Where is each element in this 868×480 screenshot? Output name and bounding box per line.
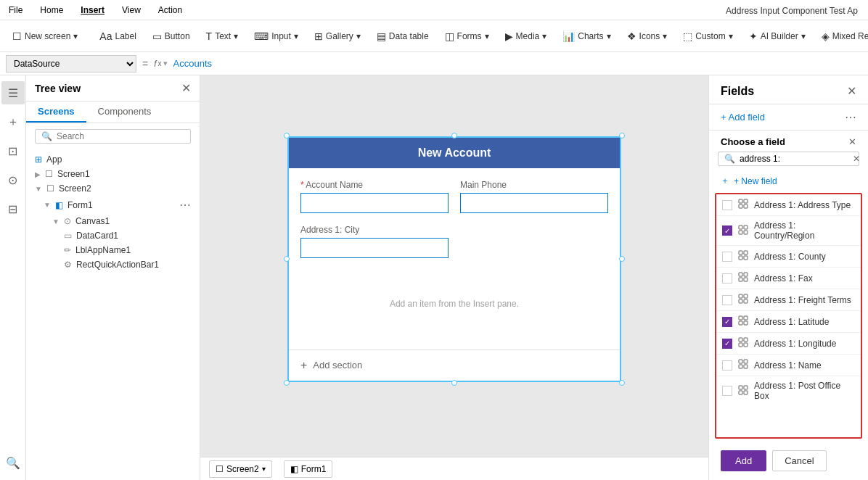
city-input[interactable]	[300, 238, 449, 258]
form-add-section[interactable]: + Add section	[289, 349, 620, 381]
tree-item-lblappname1[interactable]: ✏ LblAppName1	[26, 243, 200, 257]
tree-search: 🔍	[35, 129, 191, 144]
field-checkbox[interactable]	[722, 360, 732, 371]
label-button[interactable]: Aa Label	[93, 27, 143, 46]
canvas-tab-screen2[interactable]: ☐ Screen2 ▾	[209, 460, 272, 478]
field-checkbox[interactable]: ✓	[722, 225, 732, 236]
icons-chevron-icon: ▾	[663, 31, 667, 41]
fields-search-input[interactable]	[740, 154, 848, 164]
list-item[interactable]: Address 1: Post Office Box	[716, 376, 861, 405]
canvas1-icon: ⊙	[64, 216, 71, 226]
field-checkbox[interactable]: ✓	[722, 339, 732, 349]
canvas-tab-form1[interactable]: ◧ Form1	[284, 460, 333, 478]
tree-search-icon: 🔍	[41, 131, 52, 141]
button-button[interactable]: ▭ Button	[146, 27, 197, 46]
media-button[interactable]: ▶ Media ▾	[499, 27, 554, 46]
tree-item-datacard1[interactable]: ▭ DataCard1	[26, 228, 200, 243]
custom-icon: ⬚	[683, 30, 692, 42]
fields-more-button[interactable]: ⋯	[845, 110, 856, 124]
handle-top-right	[619, 133, 625, 138]
field-checkbox[interactable]	[722, 200, 732, 210]
field-checkbox[interactable]	[722, 386, 732, 396]
field-checkbox[interactable]	[722, 273, 732, 284]
account-name-input[interactable]	[300, 193, 449, 213]
field-checkbox[interactable]	[722, 252, 732, 262]
list-item[interactable]: ✓ Address 1: Longitude	[716, 333, 861, 355]
form1-caret-icon: ▼	[44, 201, 51, 209]
icons-button[interactable]: ❖ Icons ▾	[621, 27, 674, 46]
input-button[interactable]: ⌨ Input ▾	[247, 27, 305, 46]
sidebar-icon-add[interactable]: ＋	[1, 110, 25, 133]
app-title: Address Input Component Test Ap	[723, 4, 861, 17]
charts-icon: 📊	[562, 30, 575, 42]
cancel-button[interactable]: Cancel	[772, 450, 826, 471]
tree-item-canvas1[interactable]: ▼ ⊙ Canvas1	[26, 214, 200, 228]
list-item[interactable]: ✓ Address 1: Latitude	[716, 311, 861, 333]
sidebar-icon-variables[interactable]: ⊙	[1, 168, 25, 191]
new-screen-button[interactable]: ☐ New screen ▾	[6, 27, 84, 46]
list-item[interactable]: Address 1: Fax	[716, 268, 861, 289]
svg-rect-10	[739, 256, 742, 260]
datasource-dropdown[interactable]: DataSource	[6, 55, 136, 73]
tab-components[interactable]: Components	[86, 102, 163, 123]
toolbar: ☐ New screen ▾ Aa Label ▭ Button T Text …	[0, 20, 868, 52]
list-item[interactable]: Address 1: Address Type	[716, 194, 861, 216]
charts-button[interactable]: 📊 Charts ▾	[556, 27, 617, 46]
sidebar-icon-data[interactable]: ⊡	[1, 139, 25, 162]
list-item[interactable]: Address 1: Name	[716, 355, 861, 376]
list-item[interactable]: Address 1: Freight Terms	[716, 289, 861, 311]
tab-screens[interactable]: Screens	[26, 102, 86, 123]
field-item-name: Address 1: County	[754, 252, 855, 262]
tree-close-button[interactable]: ✕	[181, 81, 191, 95]
sidebar-icon-search[interactable]: 🔍	[1, 451, 25, 474]
equals-sign: =	[142, 58, 148, 70]
input-chevron-icon: ▾	[294, 31, 298, 41]
gallery-button[interactable]: ⊞ Gallery ▾	[308, 27, 367, 46]
tree-item-app[interactable]: ⊞ App	[26, 152, 200, 167]
menu-view[interactable]: View	[119, 4, 144, 17]
field-checkbox[interactable]: ✓	[722, 317, 732, 327]
menu-insert[interactable]: Insert	[78, 4, 107, 17]
svg-rect-12	[739, 273, 742, 276]
form-field-main-phone: Main Phone	[460, 180, 608, 213]
field-checkbox[interactable]	[722, 295, 732, 305]
text-button[interactable]: T Text ▾	[200, 27, 245, 46]
svg-rect-27	[744, 343, 748, 347]
main-phone-label: Main Phone	[460, 180, 608, 190]
datatable-button[interactable]: ▤ Data table	[370, 27, 435, 46]
form1-more-icon[interactable]: ⋯	[179, 198, 191, 212]
fields-close-button[interactable]: ✕	[847, 84, 856, 98]
new-field-button[interactable]: ＋ + New field	[709, 172, 868, 193]
list-item[interactable]: Address 1: County	[716, 246, 861, 268]
sidebar-icon-media[interactable]: ⊟	[1, 197, 25, 220]
svg-rect-25	[744, 338, 748, 342]
tree-item-screen2[interactable]: ▼ ☐ Screen2	[26, 181, 200, 196]
menu-file[interactable]: File	[6, 4, 25, 17]
svg-rect-2	[739, 204, 742, 208]
tree-item-screen1[interactable]: ▶ ☐ Screen1	[26, 167, 200, 181]
formula-input[interactable]	[173, 58, 862, 69]
new-field-plus-icon: ＋	[721, 175, 729, 187]
tree-item-form1[interactable]: ▼ ◧ Form1 ⋯	[26, 196, 200, 214]
svg-rect-16	[739, 294, 742, 298]
fields-search-clear-icon[interactable]: ✕	[853, 154, 860, 164]
choose-field-close-button[interactable]: ✕	[848, 136, 856, 147]
mixed-reality-button[interactable]: ◈ Mixed Reality ▾	[815, 27, 868, 46]
menu-action[interactable]: Action	[155, 4, 185, 17]
forms-button[interactable]: ◫ Forms ▾	[438, 27, 496, 46]
forms-chevron-icon: ▾	[485, 31, 489, 41]
add-field-button[interactable]: + Add field	[721, 112, 765, 123]
list-item[interactable]: ✓ Address 1: Country/Region	[716, 216, 861, 246]
add-button[interactable]: Add	[721, 450, 766, 471]
form-header: New Account	[289, 138, 620, 168]
custom-button[interactable]: ⬚ Custom ▾	[676, 27, 739, 46]
text-chevron-icon: ▾	[234, 31, 238, 41]
tree-search-input[interactable]	[57, 131, 184, 141]
handle-bottom-left	[284, 380, 290, 386]
ai-builder-button[interactable]: ✦ AI Builder ▾	[742, 27, 812, 46]
menu-home[interactable]: Home	[37, 4, 66, 17]
tree-item-rectquickactionbar1[interactable]: ⚙ RectQuickActionBar1	[26, 257, 200, 272]
main-phone-input[interactable]	[460, 193, 608, 213]
account-name-label: Account Name	[300, 180, 449, 190]
sidebar-icon-menu[interactable]: ☰	[1, 81, 25, 104]
